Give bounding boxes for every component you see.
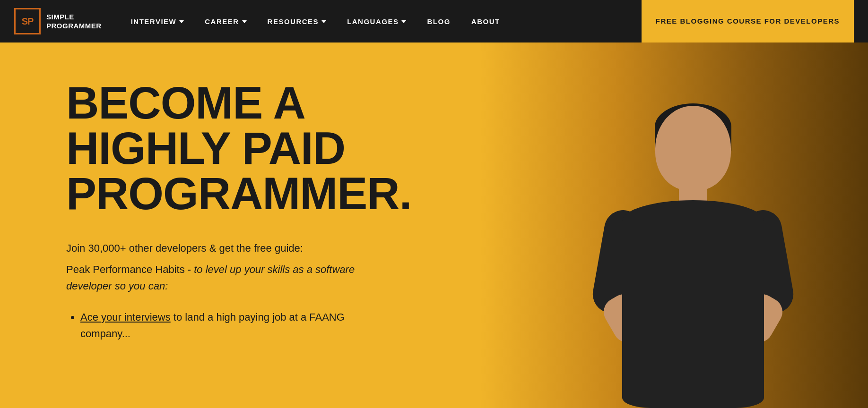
hero-section: BECOME A HIGHLY PAID PROGRAMMER. Join 30… (0, 42, 868, 408)
chevron-down-icon (242, 20, 247, 23)
cta-button[interactable]: FREE BLOGGING COURSE FOR DEVELOPERS (642, 0, 854, 42)
chevron-down-icon (179, 20, 184, 23)
hero-content: BECOME A HIGHLY PAID PROGRAMMER. Join 30… (0, 42, 425, 408)
site-logo[interactable]: SP SIMPLE PROGRAMMER (14, 8, 102, 34)
ace-interviews-link[interactable]: Ace your interviews (80, 311, 171, 323)
person-torso (622, 200, 764, 408)
logo-text: SIMPLE PROGRAMMER (46, 12, 102, 31)
navbar: SP SIMPLE PROGRAMMER INTERVIEW CAREER RE… (0, 0, 868, 42)
chevron-down-icon (321, 20, 326, 23)
person-head (655, 106, 731, 191)
hero-guide-text: Peak Performance Habits - to level up yo… (66, 261, 369, 294)
nav-item-blog[interactable]: BLOG (417, 0, 460, 42)
hero-join-text: Join 30,000+ other developers & get the … (66, 240, 369, 256)
nav-item-interview[interactable]: INTERVIEW (121, 0, 195, 42)
person-body (594, 106, 792, 408)
nav-item-about[interactable]: ABOUT (461, 0, 511, 42)
nav-item-languages[interactable]: LANGUAGES (337, 0, 417, 42)
hero-bullet-list: Ace your interviews to land a high payin… (66, 309, 369, 342)
hero-person-image (556, 77, 830, 408)
hero-headline: BECOME A HIGHLY PAID PROGRAMMER. (66, 80, 369, 216)
logo-icon: SP (14, 8, 41, 34)
nav-links: INTERVIEW CAREER RESOURCES LANGUAGES BLO… (121, 0, 642, 42)
nav-item-career[interactable]: CAREER (194, 0, 257, 42)
nav-item-resources[interactable]: RESOURCES (257, 0, 337, 42)
hero-bullet-item: Ace your interviews to land a high payin… (80, 309, 369, 342)
chevron-down-icon (401, 20, 406, 23)
